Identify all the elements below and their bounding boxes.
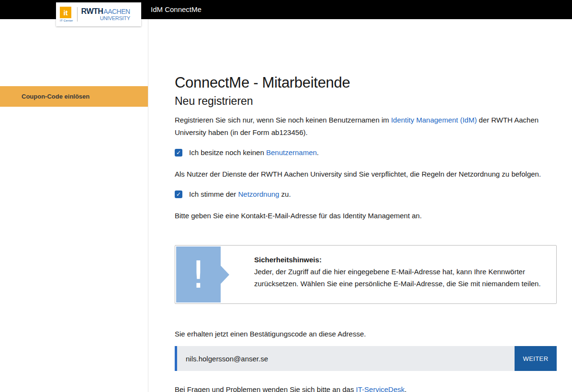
check-icon: ✓ xyxy=(176,191,181,197)
itcenter-logo-icon: it xyxy=(60,7,71,18)
username-checkbox-row: ✓ Ich besitze noch keinen Benutzernamen. xyxy=(175,148,557,157)
speech-bubble-tail-icon xyxy=(221,266,229,284)
idm-link[interactable]: Identity Management (IdM) xyxy=(391,116,477,124)
logo[interactable]: it IT Center RWTH AACHEN UNIVERSITY xyxy=(56,2,141,26)
username-checkbox[interactable]: ✓ xyxy=(175,149,182,157)
email-form-row: WEITER xyxy=(175,346,557,371)
security-notice-box: ! Sicherheitshinweis: Jeder, der Zugriff… xyxy=(175,245,557,304)
security-notice-title: Sicherheitshinweis: xyxy=(254,256,322,264)
security-notice-content: Sicherheitshinweis: Jeder, der Zugriff a… xyxy=(254,246,556,298)
support-paragraph: Bei Fragen und Problemen wenden Sie sich… xyxy=(175,383,557,392)
username-checkbox-label: Ich besitze noch keinen Benutzernamen. xyxy=(189,148,319,157)
security-notice-body: Jeder, der Zugriff auf die hier eingegeb… xyxy=(254,268,541,288)
netzordnung-checkbox[interactable]: ✓ xyxy=(175,190,182,198)
page-subtitle: Neu registrieren xyxy=(175,95,557,108)
warning-icon: ! xyxy=(176,246,221,302)
email-instruction-paragraph: Bitte geben Sie eine Kontakt-E-Mail-Adre… xyxy=(175,210,557,222)
servicedesk-link[interactable]: IT-ServiceDesk xyxy=(356,385,405,392)
itcenter-logo: it IT Center xyxy=(60,7,73,22)
checkbox2-text-2: zu. xyxy=(279,190,291,198)
intro-text: Registrieren Sie sich nur, wenn Sie noch… xyxy=(175,116,391,124)
sidebar: Coupon-Code einlösen xyxy=(0,19,148,392)
checkbox1-text-2: . xyxy=(317,148,319,157)
support-text: Bei Fragen und Problemen wenden Sie sich… xyxy=(175,385,356,392)
weiter-button[interactable]: WEITER xyxy=(515,346,557,371)
netzordnung-checkbox-row: ✓ Ich stimme der Netzordnung zu. xyxy=(175,190,557,198)
sidebar-item-coupon-code[interactable]: Coupon-Code einlösen xyxy=(0,86,148,107)
netzordnung-paragraph: Als Nutzer der Dienste der RWTH Aachen U… xyxy=(175,168,557,180)
rwth-logo: RWTH AACHEN UNIVERSITY xyxy=(81,8,130,21)
logo-divider xyxy=(77,7,78,22)
checkbox2-text: Ich stimme der xyxy=(189,190,238,198)
benutzernamen-link[interactable]: Benutzernamen xyxy=(266,148,317,157)
intro-paragraph: Registrieren Sie sich nur, wenn Sie noch… xyxy=(175,114,557,139)
page-title: ConnectMe - Mitarbeitende xyxy=(175,74,557,91)
app-title: IdM ConnectMe xyxy=(151,0,202,19)
checkbox1-text: Ich besitze noch keinen xyxy=(189,148,266,157)
aachen-wordmark: AACHEN xyxy=(103,8,130,15)
exclamation-icon: ! xyxy=(191,256,206,293)
rwth-wordmark: RWTH xyxy=(81,8,103,15)
support-text-2: . xyxy=(404,385,406,392)
netzordnung-link[interactable]: Netzordnung xyxy=(238,190,280,198)
email-input[interactable] xyxy=(175,346,515,371)
itcenter-label: IT Center xyxy=(60,19,73,22)
check-icon: ✓ xyxy=(176,150,181,156)
confirmation-code-paragraph: Sie erhalten jetzt einen Bestätigungscod… xyxy=(175,328,557,340)
university-wordmark: UNIVERSITY xyxy=(100,16,130,21)
netzordnung-checkbox-label: Ich stimme der Netzordnung zu. xyxy=(189,190,291,198)
main-content: ConnectMe - Mitarbeitende Neu registrier… xyxy=(175,19,572,392)
